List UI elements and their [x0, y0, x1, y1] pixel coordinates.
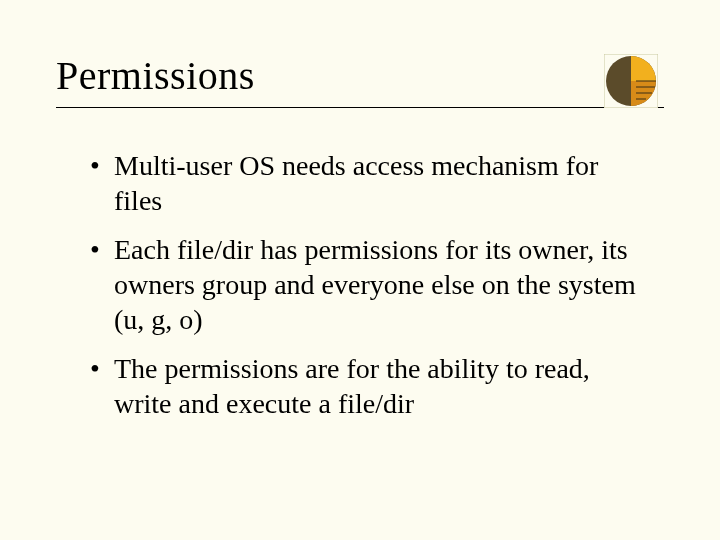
list-item: Multi-user OS needs access mechanism for… — [90, 148, 644, 218]
slide: Permissions Multi-user OS needs access m… — [0, 0, 720, 540]
list-item: The permissions are for the ability to r… — [90, 351, 644, 421]
title-underline — [56, 107, 664, 108]
list-item: Each file/dir has permissions for its ow… — [90, 232, 644, 337]
bullet-list: Multi-user OS needs access mechanism for… — [56, 148, 664, 421]
slide-title: Permissions — [56, 52, 664, 99]
logo-icon — [604, 54, 658, 108]
